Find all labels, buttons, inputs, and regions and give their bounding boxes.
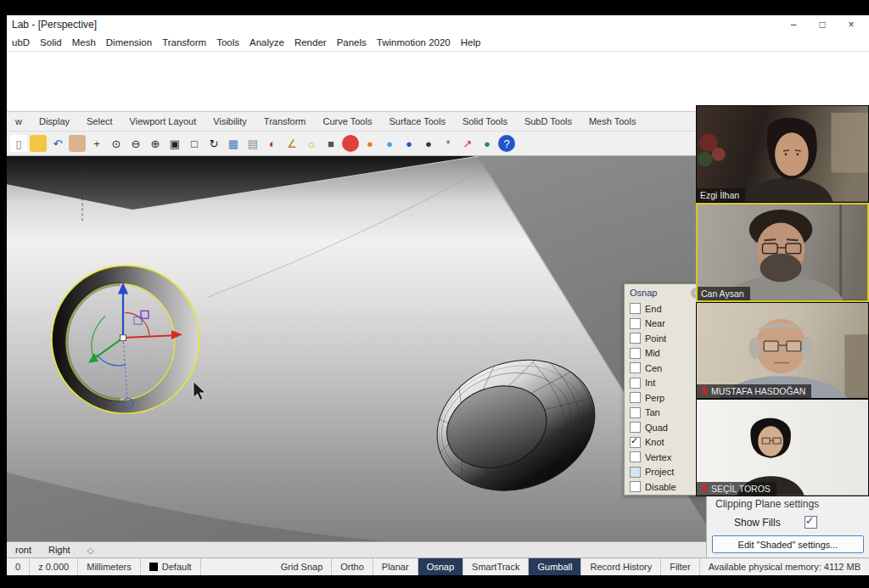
- menu-item-render[interactable]: Render: [289, 37, 332, 48]
- viewport-tab-front[interactable]: ront: [15, 545, 31, 555]
- zoom-extents-icon[interactable]: □: [186, 135, 203, 152]
- status-toggle-gumball[interactable]: Gumball: [529, 558, 581, 575]
- menu-item-tools[interactable]: Tools: [211, 37, 244, 48]
- checkbox[interactable]: [630, 362, 641, 373]
- status-toggle-record-history[interactable]: Record History: [581, 558, 661, 575]
- menu-item-mesh[interactable]: Mesh: [67, 37, 101, 48]
- menu-item-analyze[interactable]: Analyze: [244, 37, 289, 48]
- new-file-icon[interactable]: ▯: [10, 135, 27, 152]
- maximize-button[interactable]: □: [808, 15, 837, 34]
- status-toggle-ortho[interactable]: Ortho: [332, 558, 373, 575]
- checkbox[interactable]: [630, 422, 641, 433]
- rotate-view-icon[interactable]: ↻: [205, 135, 222, 152]
- toolbar-tab-viewport-layout[interactable]: Viewport Layout: [121, 116, 205, 126]
- osnap-option-project[interactable]: Project: [625, 465, 704, 480]
- status-toggle-filter[interactable]: Filter: [661, 558, 699, 575]
- checkbox[interactable]: [630, 318, 641, 329]
- status-toggle-osnap[interactable]: Osnap: [418, 558, 463, 575]
- status-units[interactable]: Millimeters: [78, 558, 141, 575]
- checkbox[interactable]: [630, 437, 641, 448]
- dark-sphere-icon[interactable]: ●: [420, 135, 437, 152]
- osnap-option-near[interactable]: Near: [625, 316, 704, 332]
- osnap-option-vertex[interactable]: Vertex: [625, 450, 704, 465]
- open-folder-icon[interactable]: [30, 135, 47, 152]
- options-gear-icon[interactable]: *: [440, 135, 457, 152]
- osnap-option-cen[interactable]: Cen: [625, 361, 704, 376]
- osnap-option-point[interactable]: Point: [625, 331, 704, 346]
- zoom-out-icon[interactable]: ⊖: [127, 135, 144, 152]
- menu-item-transform[interactable]: Transform: [157, 37, 211, 48]
- toolbar-tab-select[interactable]: Select: [78, 116, 121, 126]
- osnap-option-quad[interactable]: Quad: [625, 420, 704, 435]
- checkbox[interactable]: [630, 392, 641, 403]
- lock-icon[interactable]: ■: [322, 135, 339, 152]
- checkbox[interactable]: [630, 481, 641, 492]
- cplane-grid-icon[interactable]: ▦: [225, 135, 242, 152]
- angle-tool-icon[interactable]: ∠: [283, 135, 300, 152]
- toolbar-tab-view[interactable]: w: [7, 116, 31, 126]
- zoom-window-icon[interactable]: ▣: [166, 135, 183, 152]
- help-icon[interactable]: ?: [498, 135, 515, 152]
- osnap-option-end[interactable]: End: [625, 301, 704, 316]
- move-icon[interactable]: +: [88, 135, 105, 152]
- video-tile-mustafa[interactable]: MUSTAFA HASDOĞAN: [696, 302, 869, 400]
- menu-item-solid[interactable]: Solid: [35, 37, 67, 48]
- earth-globe-icon[interactable]: ●: [479, 135, 496, 152]
- named-view-icon[interactable]: ▤: [244, 135, 261, 152]
- toolbar-tab-subd-tools[interactable]: SubD Tools: [516, 116, 580, 126]
- status-layer[interactable]: Default: [141, 558, 201, 575]
- toolbar-tab-visibility[interactable]: Visibility: [205, 116, 255, 126]
- checkbox[interactable]: [630, 303, 641, 314]
- status-toggle-grid-snap[interactable]: Grid Snap: [272, 558, 333, 575]
- gumball-widget-icon[interactable]: ↗: [459, 135, 476, 152]
- command-area[interactable]: [7, 52, 869, 111]
- menu-item-twinmotion[interactable]: Twinmotion 2020: [372, 37, 456, 48]
- video-tile-ezgi[interactable]: Ezgi İlhan: [696, 105, 869, 203]
- osnap-option-disable[interactable]: Disable: [625, 479, 704, 495]
- toolbar-tab-curve-tools[interactable]: Curve Tools: [315, 116, 381, 126]
- video-tile-secil[interactable]: SEÇİL TOROS: [696, 399, 869, 496]
- toolbar-tab-display[interactable]: Display: [31, 116, 78, 126]
- menu-item-dimension[interactable]: Dimension: [101, 37, 157, 48]
- toolbar-tab-mesh-tools[interactable]: Mesh Tools: [580, 116, 644, 126]
- menu-item-subd[interactable]: ubD: [7, 37, 35, 48]
- video-tile-can[interactable]: Can Aysan: [696, 203, 869, 302]
- viewport-tabs-menu-icon[interactable]: ◇: [87, 546, 94, 555]
- checkbox[interactable]: [630, 451, 641, 462]
- menu-item-panels[interactable]: Panels: [332, 37, 372, 48]
- undo-icon[interactable]: ↶: [49, 135, 66, 152]
- zoom-in-icon[interactable]: ⊕: [147, 135, 164, 152]
- render-colors-icon[interactable]: [342, 135, 359, 152]
- osnap-option-knot[interactable]: Knot: [625, 435, 704, 451]
- checkbox[interactable]: [630, 467, 641, 478]
- window-controls: – □ ×: [779, 15, 866, 34]
- show-fills-checkbox[interactable]: [805, 516, 817, 529]
- status-toggle-smarttrack[interactable]: SmartTrack: [463, 558, 529, 575]
- viewport-perspective[interactable]: Osnap × End Near Point Mid Cen Int Perp …: [7, 156, 706, 541]
- minimize-button[interactable]: –: [779, 15, 808, 34]
- zoom-dynamic-icon[interactable]: ⊙: [108, 135, 125, 152]
- checkbox[interactable]: [630, 378, 641, 389]
- shaded-sphere-icon[interactable]: ●: [381, 135, 398, 152]
- osnap-option-mid[interactable]: Mid: [625, 346, 704, 361]
- osnap-panel-header[interactable]: Osnap ×: [625, 284, 704, 301]
- orange-sphere-icon[interactable]: ●: [362, 135, 378, 152]
- blue-sphere-icon[interactable]: ●: [401, 135, 418, 152]
- viewport-tab-right[interactable]: Right: [48, 545, 70, 555]
- osnap-toggle-icon[interactable]: ◐: [264, 135, 281, 152]
- toolbar-tab-surface-tools[interactable]: Surface Tools: [380, 116, 453, 126]
- pan-hand-icon[interactable]: [69, 135, 86, 152]
- osnap-option-int[interactable]: Int: [625, 376, 704, 391]
- toolbar-tab-solid-tools[interactable]: Solid Tools: [454, 116, 516, 126]
- close-button[interactable]: ×: [837, 15, 866, 34]
- checkbox[interactable]: [630, 407, 641, 418]
- lamp-icon[interactable]: ☼: [303, 135, 320, 152]
- osnap-option-tan[interactable]: Tan: [625, 406, 704, 421]
- checkbox[interactable]: [630, 348, 641, 359]
- checkbox[interactable]: [630, 333, 641, 344]
- osnap-option-perp[interactable]: Perp: [625, 390, 704, 406]
- menu-item-help[interactable]: Help: [456, 37, 486, 48]
- edit-shaded-settings-button[interactable]: Edit "Shaded" settings...: [712, 535, 864, 553]
- status-toggle-planar[interactable]: Planar: [373, 558, 418, 575]
- toolbar-tab-transform[interactable]: Transform: [255, 116, 315, 126]
